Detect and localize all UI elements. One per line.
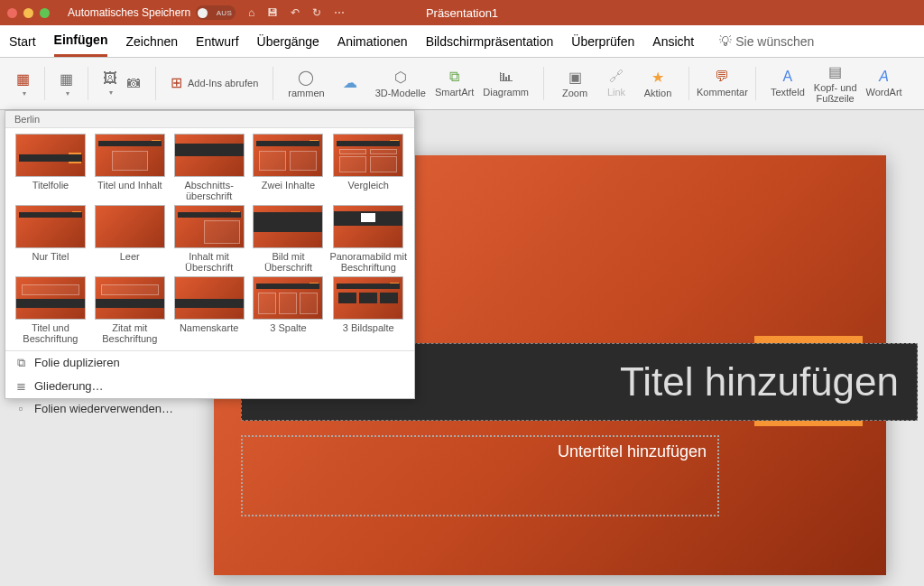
addins-button[interactable]: ⊞ Add-Ins abrufen	[167, 61, 262, 106]
tab-entwurf[interactable]: Entwurf	[196, 27, 238, 56]
ribbon: ▦▾ ▦▾ 🖼︎▾ 📷︎ ⊞ Add-Ins abrufen ◯rammen ☁…	[0, 58, 924, 110]
layout-zwei-inhalte[interactable]: Zwei Inhalte	[251, 134, 327, 201]
layout-zitat-mit-beschriftung[interactable]: Zitat mit Beschriftung	[92, 276, 168, 344]
tab-ansicht[interactable]: Ansicht	[652, 27, 694, 56]
header-footer-button[interactable]: ▤Kopf- und Fußzeile	[810, 61, 861, 106]
tab-uebergaenge[interactable]: Übergänge	[257, 27, 319, 56]
close-window-button[interactable]	[7, 8, 17, 18]
ribbon-tabs: Start Einfügen Zeichnen Entwurf Übergäng…	[0, 25, 924, 58]
shapes-button[interactable]: ◯rammen	[284, 61, 328, 106]
minimize-window-button[interactable]	[23, 8, 33, 18]
menu-reuse-slides[interactable]: ▫Folien wiederverwenden…	[5, 397, 414, 420]
wordart-button[interactable]: AWordArt	[863, 61, 906, 106]
icons-button[interactable]: ☁︎	[330, 61, 370, 106]
layout-vergleich[interactable]: Vergleich	[329, 134, 407, 201]
link-button: 🔗︎Link	[596, 61, 636, 106]
layout-panoramabild[interactable]: Panoramabild mit Beschriftung	[329, 205, 407, 273]
undo-icon[interactable]: ↶	[291, 6, 300, 19]
more-icon[interactable]: ⋯	[334, 6, 345, 19]
document-title: Präsentation1	[426, 6, 498, 20]
save-icon[interactable]: 💾︎	[267, 6, 278, 19]
autosave-group: Automatisches Speichern AUS	[68, 5, 236, 20]
layout-titel-und-inhalt[interactable]: Titel und Inhalt	[92, 134, 168, 201]
menu-outline[interactable]: ≣Gliederung…	[5, 375, 414, 397]
outline-icon: ≣	[14, 379, 27, 393]
textbox-button[interactable]: ATextfeld	[767, 61, 808, 106]
layout-namenskarte[interactable]: Namenskarte	[171, 276, 247, 344]
layout-titelfolie[interactable]: Titelfolie	[13, 134, 88, 201]
action-button[interactable]: ★Aktion	[638, 61, 678, 106]
maximize-window-button[interactable]	[40, 8, 50, 18]
tab-animationen[interactable]: Animationen	[337, 27, 408, 56]
slide-layout-menu: Berlin Titelfolie Titel und Inhalt Absch…	[5, 110, 415, 399]
new-slide-split-button[interactable]: ▦▾	[13, 61, 33, 106]
menu-duplicate-slide[interactable]: ⧉Folie duplizieren	[5, 351, 414, 375]
smartart-button[interactable]: ⧉SmartArt	[431, 61, 477, 106]
layout-bild-mit-ueberschrift[interactable]: Bild mit Überschrift	[251, 205, 327, 273]
tab-zeichnen[interactable]: Zeichnen	[125, 27, 178, 56]
tab-ueberpruefen[interactable]: Überprüfen	[571, 27, 634, 56]
layout-3spalte[interactable]: 3 Spalte	[251, 276, 327, 344]
subtitle-placeholder[interactable]: Untertitel hinzufügen	[241, 435, 719, 516]
layout-inhalt-mit-ueberschrift[interactable]: Inhalt mit Überschrift	[171, 205, 247, 273]
table-button[interactable]: ▦▾	[56, 61, 77, 106]
tab-bildschirm[interactable]: Bildschirmpräsentation	[426, 27, 554, 56]
autosave-label: Automatisches Speichern	[68, 6, 190, 19]
window-controls	[7, 8, 50, 18]
redo-icon[interactable]: ↻	[312, 6, 321, 19]
reuse-icon: ▫	[14, 402, 27, 415]
layout-leer[interactable]: Leer	[92, 205, 168, 273]
comment-button[interactable]: 💬︎Kommentar	[693, 61, 752, 106]
tab-einfuegen[interactable]: Einfügen	[54, 25, 108, 57]
layout-titel-und-beschriftung[interactable]: Titel und Beschriftung	[13, 276, 88, 344]
3dmodels-button[interactable]: ⬡3D-Modelle	[372, 61, 430, 106]
layout-theme-header: Berlin	[5, 111, 414, 128]
layout-3bildspalte[interactable]: 3 Bildspalte	[329, 276, 407, 344]
chart-button[interactable]: 📊︎Diagramm	[479, 61, 532, 106]
autosave-toggle[interactable]: AUS	[196, 5, 236, 20]
pictures-button[interactable]: 🖼︎▾	[99, 61, 121, 106]
home-icon[interactable]: ⌂	[248, 6, 254, 19]
tab-start[interactable]: Start	[9, 27, 36, 56]
lightbulb-icon: 💡︎	[719, 34, 732, 49]
layout-nur-titel[interactable]: Nur Titel	[13, 205, 88, 273]
layout-abschnittsueberschrift[interactable]: Abschnitts- überschrift	[171, 134, 247, 201]
duplicate-icon: ⧉	[14, 356, 27, 370]
zoom-button[interactable]: ▣Zoom	[555, 61, 595, 106]
title-bar: Automatisches Speichern AUS ⌂ 💾︎ ↶ ↻ ⋯ P…	[0, 0, 924, 25]
tell-me-search[interactable]: 💡︎ Sie wünschen	[719, 34, 814, 49]
screenshot-button[interactable]: 📷︎	[123, 61, 144, 106]
